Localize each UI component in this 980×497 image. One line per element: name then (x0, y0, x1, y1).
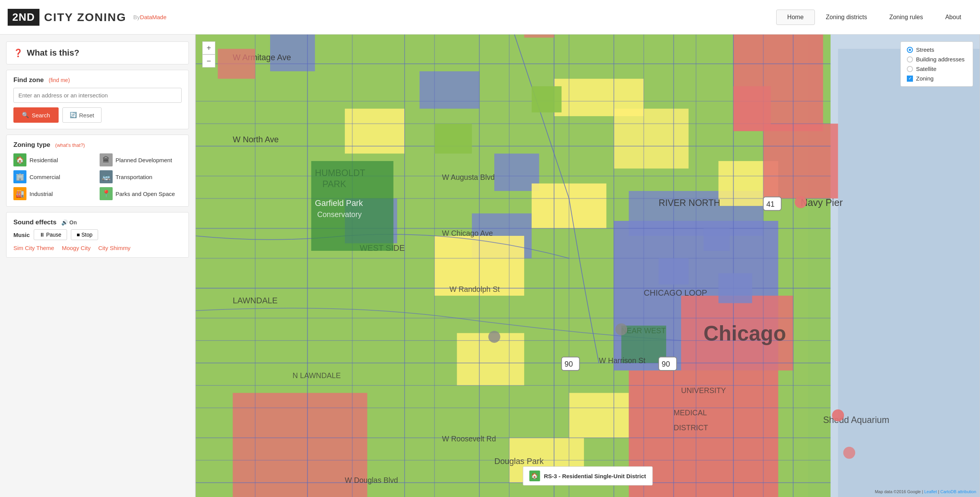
what-title: What is this? (27, 48, 79, 58)
svg-rect-108 (659, 258, 688, 284)
map-canvas: Chicago RIVER NORTH CHICAGO LOOP WEST SI… (195, 35, 980, 497)
satellite-radio[interactable] (907, 66, 913, 72)
pause-button[interactable]: ⏸ Pause (34, 229, 67, 240)
nav-home[interactable]: Home (776, 10, 815, 25)
svg-text:Navy Pier: Navy Pier (801, 197, 843, 208)
planned-label: Planned Development (116, 157, 172, 163)
svg-rect-104 (733, 86, 771, 131)
zoning-type-title: Zoning type (what's that?) (13, 141, 182, 149)
satellite-label: Satellite (916, 66, 936, 72)
city-shimmy-link[interactable]: City Shimmy (98, 245, 130, 251)
logo-title: CITY ZONING (44, 11, 126, 24)
by-label: By (133, 14, 140, 20)
sound-label: Sound effects (13, 219, 56, 226)
sound-panel: Sound effects 🔊 On Music ⏸ Pause ■ Stop … (6, 212, 189, 258)
zone-parks[interactable]: 📍 Parks and Open Space (100, 187, 182, 200)
map-attribution: Map data ©2016 Google | Leaflet | CartoD… (875, 489, 976, 494)
zoom-controls: + − (202, 41, 215, 67)
svg-text:W Douglas Blvd: W Douglas Blvd (345, 476, 398, 484)
search-icon: 🔍 (22, 112, 29, 118)
svg-text:CHICAGO LOOP: CHICAGO LOOP (644, 288, 707, 298)
layer-satellite[interactable]: Satellite (907, 66, 967, 72)
zone-residential[interactable]: 🏠 Residential (13, 153, 96, 166)
nav-zoning-districts[interactable]: Zoning districts (815, 10, 878, 25)
svg-text:W Roosevelt Rd: W Roosevelt Rd (442, 434, 496, 443)
header: 2ND CITY ZONING By DataMade Home Zoning … (0, 0, 980, 35)
find-zone-title: Find zone (find me) (13, 76, 182, 84)
reset-label: Reset (79, 112, 94, 118)
svg-point-82 (488, 331, 500, 343)
stop-button[interactable]: ■ Stop (71, 229, 98, 240)
building-addresses-label: Building addresses (916, 56, 965, 63)
theme-row: Sim City Theme Moogy City City Shimmy (13, 245, 182, 251)
svg-point-84 (832, 409, 844, 421)
nav-about[interactable]: About (934, 10, 972, 25)
svg-rect-106 (434, 123, 472, 153)
zone-commercial[interactable]: 🏢 Commercial (13, 170, 96, 183)
address-input[interactable] (13, 88, 182, 103)
commercial-label: Commercial (29, 174, 60, 180)
svg-text:Conservatory: Conservatory (317, 210, 362, 219)
datamade-link[interactable]: DataMade (140, 14, 166, 20)
zoning-type-panel: Zoning type (what's that?) 🏠 Residential… (6, 135, 189, 207)
building-addresses-radio[interactable] (907, 56, 913, 63)
moogy-city-link[interactable]: Moogy City (62, 245, 90, 251)
transportation-icon: 🚌 (100, 170, 113, 183)
parks-label: Parks and Open Space (116, 191, 175, 197)
svg-text:W Augusta Blvd: W Augusta Blvd (442, 173, 495, 181)
svg-text:W North Ave: W North Ave (233, 135, 279, 144)
cartodb-link[interactable]: CartoDB attribution (940, 489, 976, 494)
leaflet-link[interactable]: Leaflet (924, 489, 937, 494)
zone-tooltip: 🏠 RS-3 - Residential Single-Unit Distric… (523, 466, 653, 485)
main: ❓ What is this? Find zone (find me) 🔍 Se… (0, 35, 980, 497)
streets-label: Streets (916, 46, 934, 53)
transportation-label: Transportation (116, 174, 152, 180)
residential-label: Residential (29, 157, 58, 163)
svg-rect-102 (218, 49, 256, 79)
svg-text:W Randolph St: W Randolph St (449, 285, 500, 293)
nav-zoning-rules[interactable]: Zoning rules (878, 10, 934, 25)
reset-icon: 🔄 (70, 112, 77, 118)
svg-rect-12 (614, 109, 688, 168)
nav: Home Zoning districts Zoning rules About (776, 10, 972, 25)
svg-rect-25 (420, 71, 479, 109)
map-area[interactable]: Chicago RIVER NORTH CHICAGO LOOP WEST SI… (195, 35, 980, 497)
zone-tooltip-icon: 🏠 (529, 471, 540, 481)
svg-rect-20 (763, 123, 838, 198)
svg-rect-10 (345, 109, 405, 153)
streets-radio[interactable] (907, 47, 913, 53)
zone-industrial[interactable]: 🏭 Industrial (13, 187, 96, 200)
search-button[interactable]: 🔍 Search (13, 107, 59, 123)
layer-building-addresses[interactable]: Building addresses (907, 56, 967, 63)
planned-icon: 🏛 (100, 153, 113, 166)
parks-icon: 📍 (100, 187, 113, 200)
svg-rect-105 (524, 35, 554, 38)
find-me-link[interactable]: (find me) (49, 77, 70, 83)
zoning-checkbox[interactable]: ✓ (907, 76, 913, 82)
svg-rect-15 (569, 393, 629, 438)
zoom-out-button[interactable]: − (202, 54, 215, 67)
zone-planned[interactable]: 🏛 Planned Development (100, 153, 182, 166)
svg-point-81 (615, 323, 627, 335)
svg-text:W Chicago Ave: W Chicago Ave (442, 229, 493, 237)
sound-title: Sound effects 🔊 On (13, 219, 182, 226)
reset-button[interactable]: 🔄 Reset (62, 107, 102, 123)
logo-box: 2ND (8, 9, 39, 26)
svg-text:Garfield Park: Garfield Park (315, 199, 363, 208)
zoom-in-button[interactable]: + (202, 41, 215, 54)
svg-text:MEDICAL: MEDICAL (674, 408, 707, 417)
music-row: Music ⏸ Pause ■ Stop (13, 229, 182, 240)
zoning-layer-label: Zoning (916, 75, 934, 82)
sound-on-badge: 🔊 On (61, 219, 77, 225)
layer-streets[interactable]: Streets (907, 46, 967, 53)
svg-point-85 (843, 447, 855, 459)
sim-city-theme-link[interactable]: Sim City Theme (13, 245, 54, 251)
svg-text:RIVER NORTH: RIVER NORTH (659, 198, 720, 208)
svg-rect-2 (838, 49, 980, 497)
whats-that-link[interactable]: (what's that?) (55, 142, 85, 148)
layer-zoning[interactable]: ✓ Zoning (907, 75, 967, 82)
layer-controls: Streets Building addresses Satellite ✓ Z… (900, 41, 973, 87)
svg-text:DISTRICT: DISTRICT (674, 423, 708, 432)
zone-transportation[interactable]: 🚌 Transportation (100, 170, 182, 183)
svg-text:41: 41 (766, 200, 775, 208)
